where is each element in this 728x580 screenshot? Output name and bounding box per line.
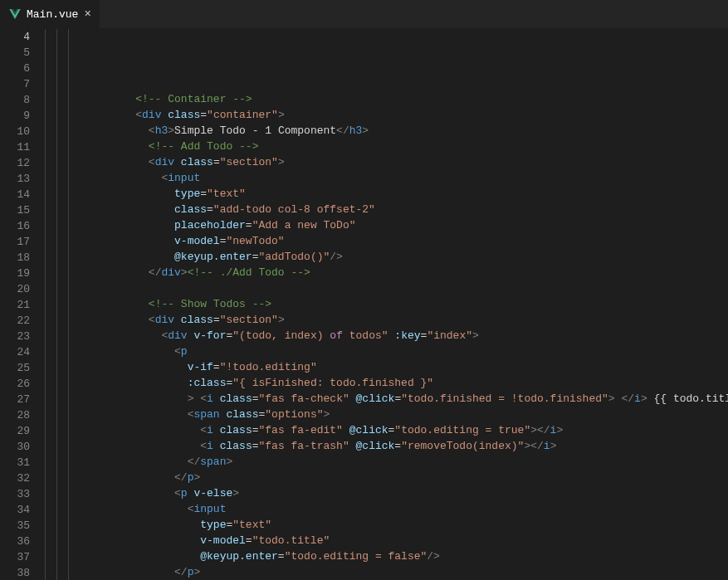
line-number: 33 [0, 486, 45, 502]
line-number: 13 [0, 171, 45, 187]
vue-icon [8, 7, 22, 21]
line-number: 17 [0, 234, 45, 250]
code-line[interactable]: <!-- Add Todo --> [45, 139, 728, 154]
line-number: 34 [0, 502, 45, 518]
line-number: 31 [0, 455, 45, 470]
line-number: 18 [0, 250, 45, 266]
code-line[interactable]: class="add-todo col-8 offset-2" [45, 202, 728, 217]
line-number: 24 [0, 344, 45, 360]
code-line[interactable]: <!-- Show Todos --> [45, 296, 728, 312]
line-number: 37 [0, 549, 45, 565]
line-number: 11 [0, 139, 45, 155]
line-number: 29 [0, 423, 45, 439]
line-number: 27 [0, 392, 45, 407]
line-number: 8 [0, 92, 45, 108]
editor[interactable]: 4567891011121314151617181920212223242526… [0, 29, 728, 580]
code-line[interactable]: placeholder="Add a new ToDo" [45, 217, 728, 233]
code-line[interactable]: v-model="todo.title" [45, 533, 728, 548]
line-number: 36 [0, 534, 45, 549]
line-number: 23 [0, 329, 45, 344]
line-number: 15 [0, 202, 45, 218]
line-number: 26 [0, 376, 45, 392]
code-line[interactable] [45, 280, 728, 296]
code-line[interactable]: type="text" [45, 517, 728, 533]
close-icon[interactable]: × [85, 7, 91, 21]
code-line[interactable]: type="text" [45, 186, 728, 202]
code-line[interactable]: > <i class="fas fa-check" @click="todo.f… [45, 391, 728, 407]
tab-bar: Main.vue × [0, 0, 728, 29]
line-number: 12 [0, 155, 45, 171]
code-line[interactable]: <!-- Container --> [45, 91, 728, 107]
code-line[interactable]: @keyup.enter="addTodo()"/> [45, 249, 728, 265]
line-number: 5 [0, 45, 45, 61]
code-line[interactable]: <div v-for="(todo, index) of todos" :key… [45, 328, 728, 344]
code-line[interactable]: <i class="fas fa-trash" @click="removeTo… [45, 438, 728, 454]
code-line[interactable]: <p [45, 344, 728, 359]
line-number: 9 [0, 108, 45, 124]
line-number: 19 [0, 266, 45, 281]
tab-main-vue[interactable]: Main.vue × [0, 0, 100, 28]
code-line[interactable]: <div class="section"> [45, 312, 728, 328]
code-line[interactable]: <div class="section"> [45, 154, 728, 170]
line-number: 22 [0, 313, 45, 329]
line-number: 20 [0, 281, 45, 297]
code-line[interactable]: </div><!-- ./Add Todo --> [45, 265, 728, 280]
code-line[interactable]: :class="{ isFinished: todo.finished }" [45, 375, 728, 391]
line-number: 38 [0, 565, 45, 580]
code-line[interactable]: </span> [45, 454, 728, 470]
line-number: 16 [0, 218, 45, 234]
line-number: 4 [0, 29, 45, 45]
line-number: 10 [0, 124, 45, 139]
code-line[interactable]: <div class="container"> [45, 107, 728, 123]
code-line[interactable]: <p v-else> [45, 485, 728, 501]
line-number: 28 [0, 407, 45, 423]
line-number: 32 [0, 470, 45, 486]
line-number: 6 [0, 61, 45, 76]
line-number: 30 [0, 439, 45, 455]
code-line[interactable]: <span class="options"> [45, 407, 728, 422]
code-line[interactable]: </p> [45, 564, 728, 580]
line-number: 35 [0, 518, 45, 534]
tab-label: Main.vue [27, 8, 78, 21]
code-line[interactable]: <input [45, 170, 728, 186]
line-number: 14 [0, 187, 45, 202]
line-number-gutter: 4567891011121314151617181920212223242526… [0, 29, 45, 580]
code-line[interactable]: </p> [45, 470, 728, 485]
line-number: 7 [0, 76, 45, 92]
line-number: 25 [0, 360, 45, 376]
code-line[interactable]: v-model="newTodo" [45, 233, 728, 249]
code-line[interactable]: v-if="!todo.editing" [45, 359, 728, 375]
line-number: 21 [0, 297, 45, 313]
code-line[interactable]: <i class="fas fa-edit" @click="todo.edit… [45, 422, 728, 438]
code-line[interactable]: <input [45, 501, 728, 517]
code-area[interactable]: <!-- Container --> <div class="container… [45, 29, 728, 580]
code-line[interactable]: @keyup.enter="todo.editing = false"/> [45, 548, 728, 564]
code-line[interactable]: <h3>Simple Todo - 1 Component</h3> [45, 123, 728, 139]
